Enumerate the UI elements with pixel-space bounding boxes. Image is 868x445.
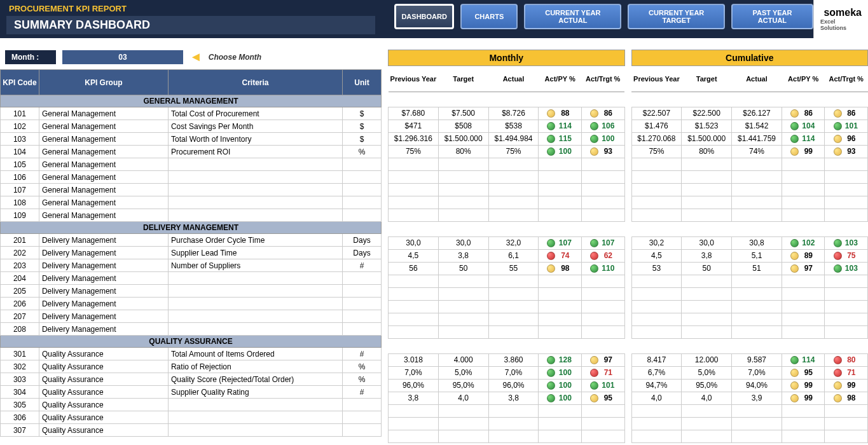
cumulative-row: 75%80%74% 99 93 [631, 145, 868, 158]
nav-cy-target[interactable]: CURRENT YEAR TARGET [628, 4, 725, 29]
monthly-row [389, 430, 625, 442]
monthly-row: 96,0%95,0%96,0% 100 101 [389, 379, 625, 392]
arrow-left-icon: ◄ [189, 50, 202, 64]
monthly-row [389, 209, 625, 221]
kpi-row[interactable]: 203Delivery ManagementNumber of Supplier… [1, 259, 382, 272]
cumulative-row [631, 404, 868, 417]
monthly-row: $471$508$538 114 106 [389, 120, 625, 132]
kpi-row[interactable]: 104General ManagementProcurement ROI% [1, 146, 382, 158]
kpi-row[interactable]: 303Quality AssuranceQuality Score (Rejec… [1, 373, 382, 386]
kpi-row[interactable]: 304Quality AssuranceSupplier Quality Rat… [1, 386, 382, 399]
cumulative-row: $1.476$1.523$1.542 104 101 [631, 120, 868, 132]
col-m-actual: Actual [488, 66, 539, 92]
kpi-row[interactable]: 202Delivery ManagementSupplier Lead Time… [1, 247, 382, 259]
section-spacer [631, 92, 868, 107]
section-spacer [389, 338, 625, 353]
section-spacer [389, 92, 625, 107]
kpi-row[interactable]: 205Delivery Management [1, 285, 382, 298]
cumulative-row: 4,04,03,9 99 98 [631, 392, 868, 404]
kpi-row[interactable]: 305Quality Assurance [1, 399, 382, 411]
section-header: DELIVERY MANAGEMENT [1, 222, 382, 234]
cumulative-block-title: Cumulative [631, 50, 869, 66]
col-c-actpy: Act/PY % [782, 66, 825, 92]
kpi-row[interactable]: 101General ManagementTotal Cost of Procu… [1, 107, 382, 120]
col-c-py: Previous Year [631, 66, 682, 92]
monthly-row [389, 275, 625, 287]
cumulative-row [631, 325, 868, 338]
kpi-row[interactable]: 106General Management [1, 171, 382, 184]
cumulative-row: $1.270.068$1.500.000$1.441.759 114 96 [631, 132, 868, 145]
kpi-row[interactable]: 103General ManagementTotal Worth of Inve… [1, 133, 382, 146]
kpi-row[interactable]: 206Delivery Management [1, 298, 382, 310]
cumulative-row [631, 275, 868, 287]
kpi-row[interactable]: 307Quality Assurance [1, 424, 382, 437]
kpi-row[interactable]: 105General Management [1, 158, 382, 171]
monthly-row: 565055 98 110 [389, 262, 625, 275]
monthly-row [389, 300, 625, 313]
cumulative-row: 4,53,85,1 89 75 [631, 249, 868, 262]
cumulative-row [631, 183, 868, 196]
col-m-acttrgt: Act/Trgt % [581, 66, 624, 92]
col-c-actual: Actual [732, 66, 782, 92]
section-spacer [631, 221, 868, 236]
nav-cy-actual[interactable]: CURRENT YEAR ACTUAL [524, 4, 621, 29]
kpi-row[interactable]: 102General ManagementCost Savings Per Mo… [1, 120, 382, 133]
cumulative-row [631, 287, 868, 300]
month-selector[interactable]: 03 [62, 50, 183, 64]
cumulative-row [631, 430, 868, 442]
col-unit: Unit [343, 70, 382, 95]
monthly-row [389, 170, 625, 183]
monthly-row [389, 158, 625, 170]
month-label: Month : [5, 50, 56, 64]
kpi-row[interactable]: 208Delivery Management [1, 323, 382, 336]
kpi-row[interactable]: 201Delivery ManagementPurchase Order Cyc… [1, 234, 382, 247]
cumulative-row [631, 158, 868, 170]
monthly-row: 4,53,86,1 74 62 [389, 249, 625, 262]
monthly-data-table: Previous Year Target Actual Act/PY % Act… [388, 66, 625, 443]
cumulative-row [631, 313, 868, 325]
cumulative-row: 6,7%5,0%7,0% 95 71 [631, 366, 868, 379]
kpi-row[interactable]: 207Delivery Management [1, 310, 382, 323]
monthly-row: 30,030,032,0 107 107 [389, 236, 625, 249]
cumulative-row: 535051 97 103 [631, 262, 868, 275]
brand-logo: someka Excel Solutions [813, 0, 868, 38]
nav-dashboard[interactable]: DASHBOARD [394, 4, 454, 29]
kpi-row[interactable]: 109General Management [1, 209, 382, 222]
report-title: PROCUREMENT KPI REPORT [6, 3, 375, 15]
section-header: GENERAL MANAGEMENT [1, 95, 382, 107]
monthly-block-title: Monthly [388, 50, 625, 66]
monthly-row: 7,0%5,0%7,0% 100 71 [389, 366, 625, 379]
kpi-row[interactable]: 204Delivery Management [1, 272, 382, 285]
col-m-actpy: Act/PY % [539, 66, 582, 92]
monthly-row [389, 417, 625, 430]
cumulative-row [631, 170, 868, 183]
col-kpi-group: KPI Group [39, 70, 168, 95]
col-criteria: Criteria [168, 70, 342, 95]
cumulative-row [631, 209, 868, 221]
cumulative-row [631, 196, 868, 209]
month-hint: Choose Month [209, 53, 261, 62]
cumulative-row: $22.507$22.500$26.127 86 86 [631, 107, 868, 120]
section-spacer [389, 221, 625, 236]
nav-py-actual[interactable]: PAST YEAR ACTUAL [731, 4, 813, 29]
kpi-row[interactable]: 107General Management [1, 184, 382, 196]
monthly-row [389, 183, 625, 196]
monthly-row: 3.0184.0003.860 128 97 [389, 353, 625, 366]
cumulative-row: 8.41712.0009.587 114 80 [631, 353, 868, 366]
col-c-acttrgt: Act/Trgt % [825, 66, 868, 92]
col-m-target: Target [438, 66, 488, 92]
col-c-target: Target [682, 66, 732, 92]
kpi-row[interactable]: 108General Management [1, 196, 382, 209]
kpi-row[interactable]: 306Quality Assurance [1, 411, 382, 424]
kpi-row[interactable]: 301Quality AssuranceTotal Amount of Item… [1, 348, 382, 360]
monthly-row [389, 313, 625, 325]
top-bar: PROCUREMENT KPI REPORT SUMMARY DASHBOARD… [0, 0, 868, 38]
monthly-row: $1.296.316$1.500.000$1.494.984 115 100 [389, 132, 625, 145]
monthly-row [389, 404, 625, 417]
cumulative-row [631, 417, 868, 430]
section-spacer [631, 338, 868, 353]
kpi-row[interactable]: 302Quality AssuranceRatio of Rejection% [1, 360, 382, 373]
col-m-py: Previous Year [389, 66, 439, 92]
monthly-row [389, 325, 625, 338]
nav-charts[interactable]: CHARTS [460, 4, 518, 29]
